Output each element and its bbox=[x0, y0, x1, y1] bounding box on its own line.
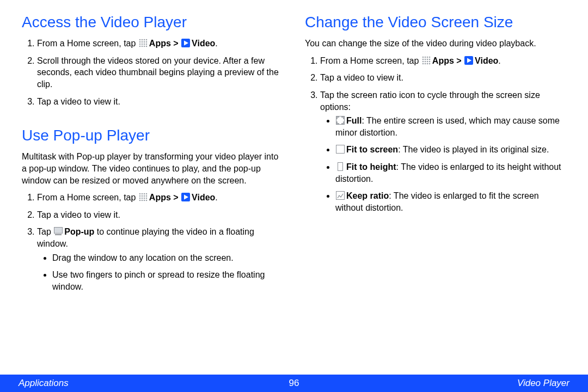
video-play-icon bbox=[181, 39, 190, 47]
access-steps: From a Home screen, tap Apps > Video. Sc… bbox=[22, 38, 283, 107]
apps-grid-icon bbox=[139, 193, 148, 201]
footer-section-left: Applications bbox=[19, 378, 69, 389]
svg-point-2 bbox=[144, 39, 145, 41]
heading-popup-player: Use Pop-up Player bbox=[22, 127, 283, 144]
popup-intro: Multitask with Pop-up player by transfor… bbox=[22, 151, 283, 186]
fit-screen-label: Fit to screen bbox=[346, 145, 398, 154]
list-item: Keep ratio: The video is enlarged to fit… bbox=[335, 190, 566, 213]
svg-point-50 bbox=[422, 63, 424, 64]
svg-point-31 bbox=[142, 200, 143, 201]
list-item: From a Home screen, tap Apps > Video. bbox=[37, 192, 283, 204]
list-item: From a Home screen, tap Apps > Video. bbox=[37, 38, 283, 50]
svg-rect-36 bbox=[54, 228, 63, 234]
apps-label: Apps > bbox=[149, 39, 181, 48]
list-item: Tap a video to view it. bbox=[37, 209, 283, 221]
heading-change-screen-size: Change the Video Screen Size bbox=[305, 14, 566, 31]
keep-ratio-icon bbox=[336, 191, 345, 200]
svg-rect-37 bbox=[55, 234, 62, 235]
svg-point-14 bbox=[144, 46, 145, 47]
svg-point-15 bbox=[146, 46, 148, 47]
svg-rect-56 bbox=[336, 117, 345, 125]
svg-point-47 bbox=[425, 60, 426, 62]
list-item: From a Home screen, tap Apps > Video. bbox=[320, 55, 566, 67]
svg-point-13 bbox=[142, 46, 143, 47]
period: . bbox=[215, 39, 217, 48]
svg-point-38 bbox=[422, 56, 424, 58]
fit-height-ratio-icon bbox=[336, 162, 345, 171]
manual-page: Access the Video Player From a Home scre… bbox=[0, 0, 588, 392]
svg-point-28 bbox=[144, 198, 145, 199]
video-play-icon bbox=[464, 56, 473, 65]
option-text: : The entire screen is used, which may c… bbox=[335, 116, 560, 137]
svg-point-41 bbox=[429, 56, 431, 58]
svg-point-42 bbox=[422, 58, 424, 60]
svg-point-4 bbox=[139, 41, 141, 43]
list-item: Scroll through the videos stored on your… bbox=[37, 55, 283, 90]
svg-point-46 bbox=[422, 60, 424, 62]
svg-point-27 bbox=[142, 198, 143, 199]
period: . bbox=[215, 193, 217, 202]
svg-point-20 bbox=[144, 193, 145, 195]
svg-point-48 bbox=[427, 60, 428, 62]
svg-point-1 bbox=[142, 39, 143, 41]
screen-size-intro: You can change the size of the video dur… bbox=[305, 38, 566, 50]
svg-point-33 bbox=[146, 200, 148, 201]
svg-rect-59 bbox=[336, 192, 345, 200]
svg-point-12 bbox=[139, 46, 141, 47]
video-label: Video bbox=[192, 193, 215, 202]
right-column: Change the Video Screen Size You can cha… bbox=[305, 14, 566, 302]
svg-point-30 bbox=[139, 200, 141, 201]
video-label: Video bbox=[192, 39, 215, 48]
step-text: Tap bbox=[37, 227, 53, 236]
video-label: Video bbox=[475, 56, 498, 65]
step-text: From a Home screen, tap bbox=[320, 56, 421, 65]
svg-point-11 bbox=[146, 44, 148, 45]
footer-section-right: Video Player bbox=[517, 378, 569, 389]
svg-point-43 bbox=[425, 58, 426, 60]
list-item: Fit to height: The video is enlarged to … bbox=[335, 161, 566, 185]
list-item: Drag the window to any location on the s… bbox=[52, 252, 283, 264]
svg-point-19 bbox=[142, 193, 143, 195]
full-ratio-icon bbox=[336, 116, 345, 125]
list-item: Full: The entire screen is used, which m… bbox=[335, 115, 566, 138]
svg-point-39 bbox=[425, 56, 426, 58]
svg-point-25 bbox=[146, 195, 148, 197]
svg-point-53 bbox=[429, 63, 431, 64]
fit-height-label: Fit to height bbox=[346, 162, 396, 171]
list-item: Tap the screen ratio icon to cycle throu… bbox=[320, 89, 566, 213]
svg-point-23 bbox=[142, 195, 143, 197]
list-item: Tap Pop-up to continue playing the video… bbox=[37, 226, 283, 292]
svg-point-26 bbox=[139, 198, 141, 199]
svg-point-18 bbox=[139, 193, 141, 195]
svg-point-49 bbox=[429, 60, 431, 62]
svg-rect-57 bbox=[336, 145, 345, 154]
fit-screen-ratio-icon bbox=[336, 145, 345, 154]
svg-point-32 bbox=[144, 200, 145, 201]
ratio-options: Full: The entire screen is used, which m… bbox=[320, 115, 566, 213]
popup-substeps: Drag the window to any location on the s… bbox=[37, 252, 283, 293]
step-text: From a Home screen, tap bbox=[37, 193, 138, 202]
svg-point-21 bbox=[146, 193, 148, 195]
svg-point-24 bbox=[144, 195, 145, 197]
svg-point-3 bbox=[146, 39, 148, 41]
page-number: 96 bbox=[289, 378, 299, 389]
popup-label: Pop-up bbox=[64, 227, 94, 236]
svg-point-6 bbox=[144, 41, 145, 43]
full-label: Full bbox=[346, 116, 362, 125]
svg-point-40 bbox=[427, 56, 428, 58]
left-column: Access the Video Player From a Home scre… bbox=[22, 14, 283, 302]
two-column-layout: Access the Video Player From a Home scre… bbox=[0, 0, 588, 302]
svg-point-10 bbox=[144, 44, 145, 45]
svg-point-9 bbox=[142, 44, 143, 45]
keep-ratio-label: Keep ratio bbox=[346, 191, 389, 200]
svg-point-29 bbox=[146, 198, 148, 199]
list-item: Fit to screen: The video is played in it… bbox=[335, 144, 566, 156]
period: . bbox=[498, 56, 500, 65]
svg-rect-58 bbox=[338, 162, 343, 170]
svg-point-45 bbox=[429, 58, 431, 60]
apps-label: Apps > bbox=[432, 56, 464, 65]
list-item: Tap a video to view it. bbox=[320, 72, 566, 84]
popup-steps: From a Home screen, tap Apps > Video. Ta… bbox=[22, 192, 283, 292]
svg-point-22 bbox=[139, 195, 141, 197]
popup-window-icon bbox=[54, 227, 63, 236]
